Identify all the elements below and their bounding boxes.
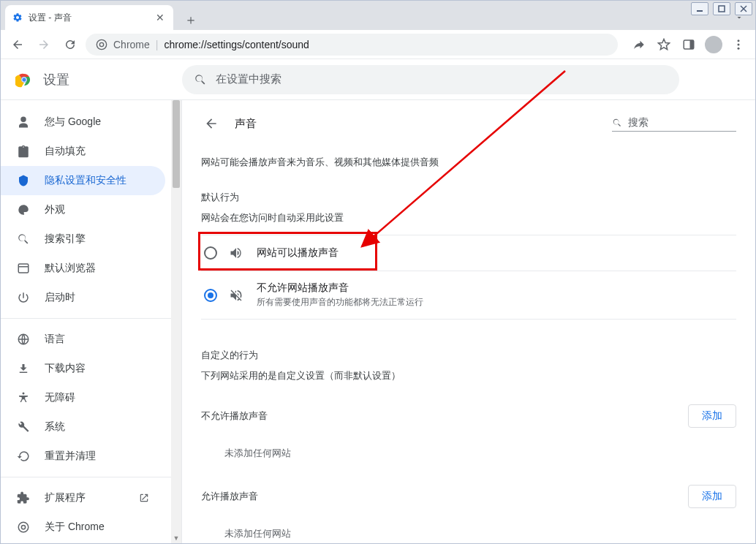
browser-tab-settings[interactable]: 设置 - 声音 ✕	[5, 5, 173, 30]
tab-strip: 设置 - 声音 ✕ ＋	[1, 1, 755, 30]
radio-sites-can-play-sound[interactable]: 网站可以播放声音	[201, 235, 736, 271]
share-icon	[632, 38, 646, 51]
search-icon	[17, 233, 31, 246]
settings-content: 声音 搜索 网站可能会播放声音来为音乐、视频和其他媒体提供音频 默认行为 网站会…	[182, 100, 755, 543]
omnibox-origin-label: Chrome	[113, 39, 150, 50]
default-behavior-sub: 网站会在您访问时自动采用此设置	[201, 211, 736, 224]
settings-main: 您与 Google 自动填充 隐私设置和安全性 外观 搜索引擎 默认浏览器	[1, 100, 755, 543]
add-block-site-button[interactable]: 添加	[688, 404, 736, 428]
globe-icon	[17, 333, 31, 346]
clipboard-icon	[17, 145, 31, 158]
block-list-header: 不允许播放声音 添加	[201, 404, 736, 428]
settings-search-box[interactable]: 在设置中搜索	[182, 65, 679, 94]
sidebar-item-search-engine[interactable]: 搜索引擎	[1, 224, 165, 254]
allow-list-label: 允许播放声音	[201, 490, 258, 503]
sidebar-item-downloads[interactable]: 下载内容	[1, 354, 165, 383]
volume-off-icon	[229, 288, 245, 303]
arrow-right-icon	[37, 38, 50, 51]
accessibility-icon	[17, 391, 31, 404]
sidebar-item-label: 关于 Chrome	[45, 521, 105, 534]
content-back-button[interactable]	[201, 113, 222, 134]
svg-rect-7	[690, 40, 694, 49]
sidebar-item-about-chrome[interactable]: 关于 Chrome	[1, 513, 165, 542]
profile-button[interactable]	[703, 34, 725, 56]
sidebar-item-extensions[interactable]: 扩展程序	[1, 483, 165, 513]
browser-icon	[17, 262, 31, 275]
allow-list-empty: 未添加任何网站	[201, 518, 736, 543]
bookmark-button[interactable]	[653, 34, 675, 56]
restore-icon	[17, 450, 31, 463]
svg-point-9	[738, 43, 740, 45]
maximize-button[interactable]	[713, 2, 730, 15]
settings-header: 设置 在设置中搜索	[1, 59, 755, 100]
sidebar-item-label: 重置并清理	[45, 450, 96, 463]
gear-icon	[12, 12, 23, 23]
person-icon	[17, 116, 31, 129]
reload-icon	[64, 38, 77, 51]
tab-title: 设置 - 声音	[29, 12, 72, 24]
search-icon	[194, 73, 207, 86]
side-panel-button[interactable]	[678, 34, 700, 56]
radio-sites-cannot-play-sound[interactable]: 不允许网站播放声音 所有需要使用声音的功能都将无法正常运行	[201, 271, 736, 320]
sidebar-item-label: 扩展程序	[45, 491, 86, 505]
sidebar-item-label: 无障碍	[45, 391, 75, 404]
scrollbar-thumb[interactable]	[173, 100, 180, 188]
search-icon	[612, 118, 622, 128]
browser-toolbar: Chrome | chrome://settings/content/sound	[1, 30, 755, 59]
sidebar-item-appearance[interactable]: 外观	[1, 195, 165, 224]
chrome-outline-icon	[17, 521, 31, 534]
close-button[interactable]	[735, 2, 752, 15]
radio-sublabel: 所有需要使用声音的功能都将无法正常运行	[257, 296, 423, 309]
sidebar-item-on-startup[interactable]: 启动时	[1, 283, 165, 312]
svg-point-17	[23, 393, 25, 395]
svg-rect-1	[719, 6, 725, 12]
sidebar-item-accessibility[interactable]: 无障碍	[1, 383, 165, 412]
palette-icon	[17, 203, 31, 216]
settings-search-placeholder: 在设置中搜索	[216, 72, 281, 86]
new-tab-button[interactable]: ＋	[181, 10, 201, 30]
sidebar-separator	[1, 318, 171, 319]
sidebar-item-privacy[interactable]: 隐私设置和安全性	[1, 166, 165, 195]
sidebar-item-reset[interactable]: 重置并清理	[1, 442, 165, 471]
settings-sidebar: 您与 Google 自动填充 隐私设置和安全性 外观 搜索引擎 默认浏览器	[1, 100, 171, 543]
arrow-left-icon	[204, 116, 219, 131]
minimize-button[interactable]	[691, 2, 708, 15]
sidebar-item-system[interactable]: 系统	[1, 412, 165, 442]
add-allow-site-button[interactable]: 添加	[688, 485, 736, 508]
share-button[interactable]	[628, 34, 650, 56]
arrow-left-icon	[11, 38, 24, 51]
content-header: 声音 搜索	[201, 113, 736, 134]
svg-point-5	[99, 42, 103, 46]
nav-forward-button[interactable]	[33, 34, 55, 56]
sidebar-scrollbar[interactable]: ▲ ▼	[171, 100, 181, 543]
tab-close-button[interactable]: ✕	[154, 10, 166, 25]
scroll-down-icon: ▼	[171, 533, 181, 543]
custom-behavior-sub: 下列网站采用的是自定义设置（而非默认设置）	[201, 369, 736, 382]
panel-icon	[682, 38, 695, 51]
nav-reload-button[interactable]	[59, 34, 81, 56]
extension-icon	[17, 491, 31, 505]
sidebar-item-label: 外观	[45, 203, 65, 216]
svg-point-10	[738, 47, 740, 49]
sidebar-item-you-and-google[interactable]: 您与 Google	[1, 107, 165, 137]
sidebar-item-languages[interactable]: 语言	[1, 325, 165, 354]
address-bar[interactable]: Chrome | chrome://settings/content/sound	[86, 34, 618, 56]
radio-indicator	[204, 289, 217, 302]
sidebar-item-label: 语言	[45, 333, 65, 346]
allow-list-header: 允许播放声音 添加	[201, 485, 736, 508]
sidebar-item-label: 自动填充	[45, 145, 86, 158]
radio-label: 不允许网站播放声音	[257, 282, 423, 295]
chrome-menu-button[interactable]	[727, 34, 749, 56]
power-icon	[17, 291, 31, 304]
close-icon	[740, 5, 747, 12]
sidebar-item-autofill[interactable]: 自动填充	[1, 137, 165, 166]
settings-app-title: 设置	[43, 71, 69, 88]
shield-icon	[17, 174, 31, 187]
svg-point-18	[18, 522, 29, 532]
nav-back-button[interactable]	[7, 34, 29, 56]
sidebar-item-label: 隐私设置和安全性	[45, 174, 126, 187]
content-search-box[interactable]: 搜索	[612, 116, 736, 132]
sidebar-item-default-browser[interactable]: 默认浏览器	[1, 254, 165, 283]
svg-rect-14	[18, 264, 29, 273]
chrome-product-icon	[96, 39, 107, 50]
